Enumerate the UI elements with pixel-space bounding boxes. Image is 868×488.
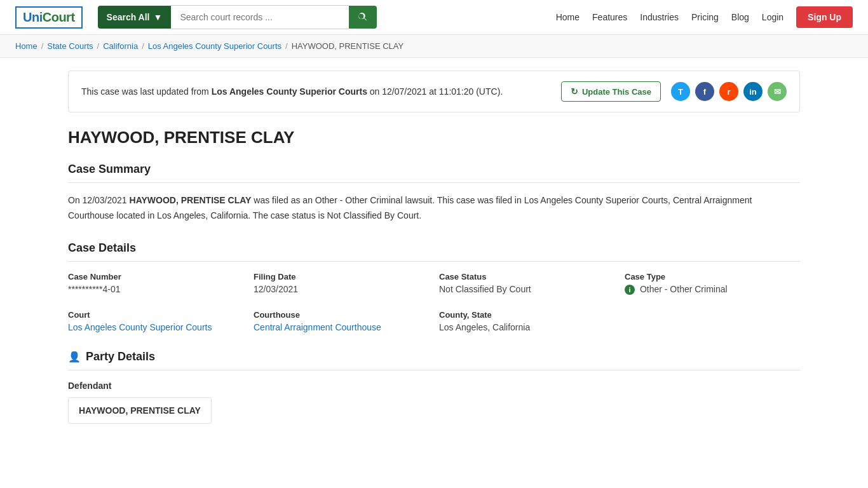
filing-date-label: Filing Date	[254, 272, 429, 281]
case-type-value: i Other - Other Criminal	[625, 284, 800, 295]
breadcrumb-sep-3: /	[142, 41, 144, 51]
facebook-share-button[interactable]: f	[695, 82, 714, 101]
breadcrumb-sep-1: /	[41, 41, 44, 51]
twitter-share-button[interactable]: T	[671, 82, 690, 101]
nav-pricing[interactable]: Pricing	[691, 12, 719, 22]
county-state-label: County, State	[439, 310, 614, 320]
court-value: Los Angeles County Superior Courts	[68, 322, 243, 332]
update-btn-label: Update This Case	[582, 87, 651, 97]
case-type-item: Case Type i Other - Other Criminal	[625, 272, 800, 295]
header: UniCourt Search All ▼ Home Features Indu…	[0, 0, 868, 35]
search-icon	[358, 12, 368, 22]
breadcrumb-court[interactable]: Los Angeles County Superior Courts	[148, 41, 281, 51]
nav-blog[interactable]: Blog	[731, 12, 749, 22]
nav-industries[interactable]: Industries	[640, 12, 679, 22]
filing-date-value: 12/03/2021	[254, 284, 429, 294]
case-status-value: Not Classified By Court	[439, 284, 614, 294]
breadcrumb-home[interactable]: Home	[15, 41, 37, 51]
update-notice: This case was last updated from Los Ange…	[68, 71, 800, 112]
signup-button[interactable]: Sign Up	[796, 6, 853, 28]
court-label: Court	[68, 310, 243, 320]
logo[interactable]: UniCourt	[15, 6, 83, 29]
court-link[interactable]: Los Angeles County Superior Courts	[68, 322, 212, 332]
update-suffix: on 12/07/2021 at 11:01:20 (UTC).	[370, 86, 503, 97]
email-share-button[interactable]: ✉	[768, 82, 787, 101]
update-prefix: This case was last updated from	[81, 86, 209, 97]
nav-links: Home Features Industries Pricing Blog Lo…	[556, 6, 853, 28]
search-all-label: Search All	[107, 12, 150, 22]
courthouse-label: Courthouse	[254, 310, 429, 320]
party-section-title: 👤 Party Details	[68, 350, 800, 370]
search-button[interactable]	[349, 6, 377, 29]
court-item: Court Los Angeles County Superior Courts	[68, 310, 243, 332]
person-icon: 👤	[68, 351, 81, 363]
social-icons: T f r in ✉	[671, 82, 787, 101]
nav-home[interactable]: Home	[556, 12, 580, 22]
case-details-title: Case Details	[68, 241, 800, 262]
case-number-item: Case Number **********4-01	[68, 272, 243, 295]
courthouse-value: Central Arraignment Courthouse	[254, 322, 429, 332]
search-input[interactable]	[171, 5, 349, 29]
summary-prefix: On 12/03/2021	[68, 195, 127, 205]
county-state-value: Los Angeles, California	[439, 322, 614, 332]
search-bar: Search All ▼	[98, 5, 377, 29]
update-actions: ↻ Update This Case T f r in ✉	[561, 81, 787, 102]
defendant-name: HAYWOOD, PRENTISE CLAY	[79, 405, 201, 416]
case-status-item: Case Status Not Classified By Court	[439, 272, 614, 295]
county-state-item: County, State Los Angeles, California	[439, 310, 614, 332]
case-summary-text: On 12/03/2021 HAYWOOD, PRENTISE CLAY was…	[68, 193, 800, 224]
defendant-card: HAYWOOD, PRENTISE CLAY	[68, 397, 212, 424]
breadcrumb-state-courts[interactable]: State Courts	[47, 41, 93, 51]
case-number-label: Case Number	[68, 272, 243, 281]
party-details-section: 👤 Party Details Defendant HAYWOOD, PRENT…	[68, 350, 800, 424]
case-number-value: **********4-01	[68, 284, 243, 294]
filing-date-item: Filing Date 12/03/2021	[254, 272, 429, 295]
breadcrumb-california[interactable]: California	[103, 41, 138, 51]
summary-name: HAYWOOD, PRENTISE CLAY	[130, 195, 252, 205]
nav-features[interactable]: Features	[592, 12, 627, 22]
refresh-icon: ↻	[571, 86, 578, 97]
update-text: This case was last updated from Los Ange…	[81, 86, 503, 97]
breadcrumb-current: HAYWOOD, PRENTISE CLAY	[292, 41, 404, 51]
case-summary-title: Case Summary	[68, 163, 800, 183]
reddit-share-button[interactable]: r	[719, 82, 738, 101]
courthouse-link[interactable]: Central Arraignment Courthouse	[254, 322, 381, 332]
case-details-section: Case Details Case Number **********4-01 …	[68, 241, 800, 332]
case-details-grid: Case Number **********4-01 Filing Date 1…	[68, 272, 800, 332]
case-type-label: Case Type	[625, 272, 800, 281]
case-title: HAYWOOD, PRENTISE CLAY	[68, 128, 800, 147]
search-all-button[interactable]: Search All ▼	[98, 6, 172, 29]
defendant-label: Defendant	[68, 381, 800, 391]
case-summary-section: Case Summary On 12/03/2021 HAYWOOD, PREN…	[68, 163, 800, 224]
nav-login[interactable]: Login	[762, 12, 783, 22]
logo-text: UniCourt	[15, 6, 83, 29]
courthouse-item: Courthouse Central Arraignment Courthous…	[254, 310, 429, 332]
update-case-button[interactable]: ↻ Update This Case	[561, 81, 661, 102]
main-content: This case was last updated from Los Ange…	[53, 58, 815, 454]
chevron-down-icon: ▼	[154, 12, 163, 22]
breadcrumb-sep-2: /	[97, 41, 100, 51]
case-type-icon: i	[625, 285, 635, 295]
breadcrumb: Home / State Courts / California / Los A…	[0, 35, 868, 58]
update-court-name: Los Angeles County Superior Courts	[212, 86, 367, 97]
linkedin-share-button[interactable]: in	[743, 82, 763, 101]
breadcrumb-sep-4: /	[285, 41, 288, 51]
case-status-label: Case Status	[439, 272, 614, 281]
